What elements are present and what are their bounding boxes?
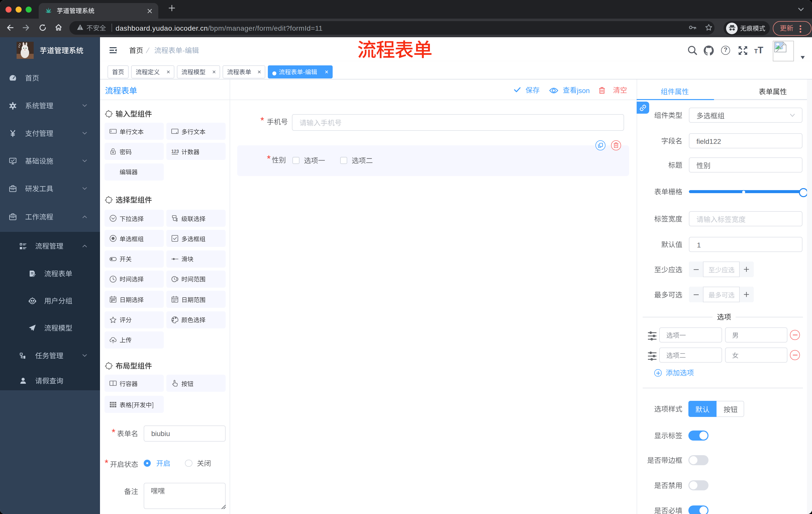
svg-text:123: 123 — [171, 149, 179, 154]
